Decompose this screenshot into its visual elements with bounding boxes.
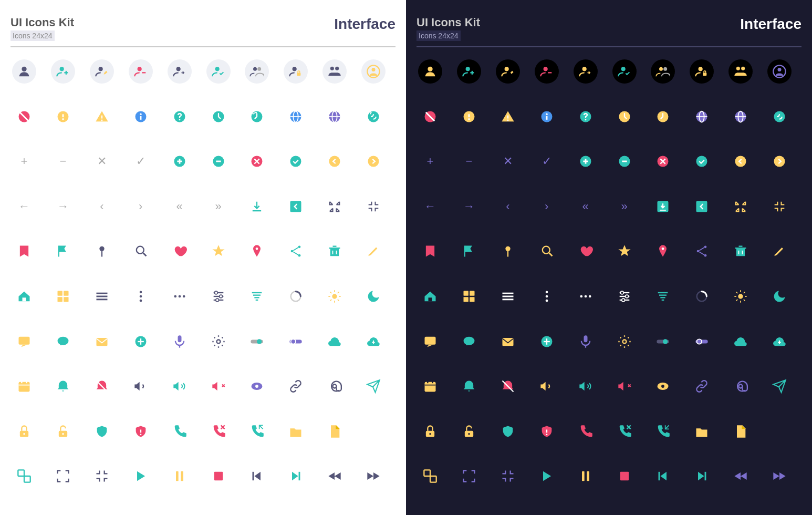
- icon-mic: [166, 328, 193, 355]
- dark-icon-arrow-left: ←: [417, 193, 444, 220]
- dark-icon-x-plain: ✕: [494, 148, 522, 175]
- icon-menu: [88, 283, 116, 310]
- icon-shield-alert: [127, 418, 154, 445]
- dark-icon-pencil: [766, 238, 793, 265]
- icon-toggle-off: [282, 328, 309, 355]
- icon-question: [166, 103, 193, 130]
- svg-point-158: [468, 118, 470, 120]
- svg-line-95: [330, 292, 331, 293]
- svg-point-212: [545, 295, 548, 298]
- icon-shrink: [360, 193, 387, 220]
- icon-mail: [88, 328, 116, 355]
- svg-point-78: [182, 295, 185, 298]
- dark-icon-phone-incoming: [649, 418, 676, 445]
- svg-point-37: [368, 111, 379, 122]
- dark-icon-gear: [611, 328, 638, 355]
- svg-rect-50: [290, 201, 301, 212]
- dark-icon-eye: [649, 373, 676, 400]
- dark-icon-folder: [688, 418, 715, 445]
- dark-icon-trash: [727, 238, 754, 265]
- icon-volume-low: [127, 373, 154, 400]
- dark-icon-grid: + − ✕ ✓ ← →: [417, 58, 801, 504]
- icon-calendar: [11, 373, 38, 400]
- dark-icon-calendar: [417, 373, 444, 400]
- icon-user-remove: [127, 58, 154, 85]
- dark-icon-menu: [494, 283, 522, 310]
- icon-clock: [205, 103, 232, 130]
- svg-point-75: [139, 300, 142, 302]
- svg-point-216: [588, 295, 591, 298]
- dark-icon-fast-forward: [766, 462, 793, 490]
- icon-user-edit: [88, 58, 116, 85]
- svg-rect-206: [463, 297, 468, 302]
- svg-point-14: [335, 67, 339, 70]
- dark-icon-at: [727, 373, 754, 400]
- dark-icon-clock: [611, 103, 638, 130]
- svg-point-193: [662, 248, 664, 250]
- svg-line-98: [338, 292, 339, 293]
- dark-icon-heart: [572, 238, 599, 265]
- icon-link: [282, 373, 309, 400]
- icon-pause: [166, 462, 193, 490]
- svg-rect-239: [502, 338, 513, 346]
- svg-point-123: [23, 433, 25, 435]
- dark-icon-info: [533, 103, 560, 130]
- svg-rect-68: [57, 297, 62, 302]
- icon-alert-circle: [49, 103, 77, 130]
- svg-point-1: [59, 67, 64, 71]
- svg-point-77: [178, 295, 181, 298]
- icon-gear: [205, 328, 232, 355]
- dark-icon-rewind: [727, 462, 754, 490]
- icon-skip-back: [243, 462, 270, 490]
- svg-rect-203: [429, 297, 432, 301]
- dark-icon-skip-back: [649, 462, 676, 490]
- icon-arrow-right: →: [49, 193, 77, 220]
- icon-x-plain: ✕: [88, 148, 116, 175]
- dark-icon-bookmark: [417, 238, 444, 265]
- icon-check-plain: ✓: [127, 148, 154, 175]
- svg-line-234: [744, 300, 745, 301]
- icon-bookmark: [11, 238, 38, 265]
- icon-sun: [321, 283, 348, 310]
- icon-filter: [243, 283, 270, 310]
- dark-icon-sun: [727, 283, 754, 310]
- svg-rect-204: [463, 291, 468, 295]
- icon-refresh: [360, 103, 387, 130]
- svg-point-145: [621, 67, 625, 71]
- svg-point-11: [293, 67, 297, 71]
- dark-icon-pin: [494, 238, 522, 265]
- icon-double-chevron-left: «: [166, 193, 193, 220]
- icon-lock: [11, 418, 38, 445]
- svg-point-100: [57, 336, 68, 345]
- svg-rect-134: [214, 472, 222, 480]
- icon-check-circle: [282, 148, 309, 175]
- svg-line-59: [294, 248, 298, 251]
- dark-icon-cloud-upload: [766, 328, 793, 355]
- dark-icon-user: [417, 58, 444, 85]
- svg-point-165: [585, 119, 586, 120]
- dark-icon-skip-forward: [688, 462, 715, 490]
- svg-rect-269: [430, 476, 436, 482]
- dark-icon-globe2: [727, 103, 754, 130]
- icon-user-lock: [282, 58, 309, 85]
- icon-chevron-left-circle: [321, 148, 348, 175]
- dark-category: Interface: [740, 16, 801, 33]
- icon-at: [321, 373, 348, 400]
- dark-icon-arrow-left-box: [688, 193, 715, 220]
- svg-rect-61: [330, 249, 339, 256]
- svg-point-83: [219, 295, 222, 298]
- dark-icon-dots-horizontal: [572, 283, 599, 310]
- svg-point-107: [216, 339, 220, 343]
- icon-phone-missed: [205, 418, 232, 445]
- svg-rect-199: [736, 249, 745, 256]
- icon-blank: [360, 418, 387, 445]
- svg-point-138: [465, 67, 470, 71]
- icon-fullscreen: [49, 462, 77, 490]
- dark-icon-blank: [766, 418, 793, 445]
- icon-cloud: [321, 328, 348, 355]
- svg-rect-133: [181, 471, 183, 481]
- dark-icon-user-circle: [766, 58, 793, 85]
- icon-chevron-right: ›: [127, 193, 154, 220]
- icon-phone: [166, 418, 193, 445]
- icon-chat-bubble: [49, 328, 77, 355]
